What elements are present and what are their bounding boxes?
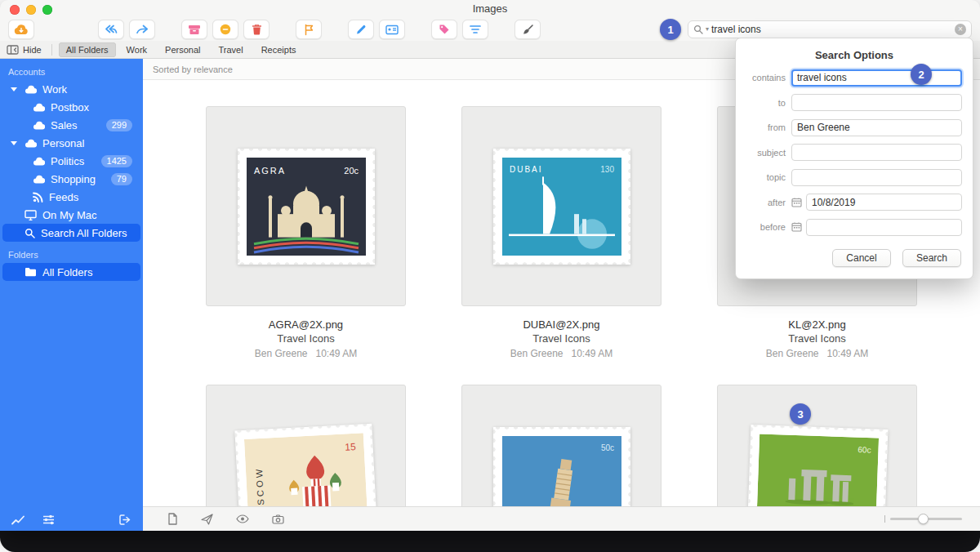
zoom-button[interactable] (42, 5, 52, 15)
sidebar-item-label: Postbox (51, 101, 89, 114)
cleanup-button[interactable] (514, 20, 541, 39)
camera-icon[interactable] (272, 514, 284, 524)
image-collection: Travel Icons (255, 332, 357, 345)
sidebar: Accounts Work Postbox Sales 299 Personal (0, 59, 143, 531)
close-button[interactable] (10, 5, 20, 15)
stamp-value: 60c (858, 444, 871, 454)
logout-icon[interactable] (119, 514, 131, 525)
field-label: subject (746, 148, 786, 158)
image-caption: AGRA@2X.png Travel Icons Ben Greene 10:4… (255, 318, 357, 359)
image-meta: Ben Greene 10:49 AM (766, 348, 868, 359)
image-thumbnail[interactable]: 15 MOSCOW (206, 385, 406, 506)
zoom-track[interactable] (890, 518, 962, 520)
tab-all-folders[interactable]: All Folders (59, 42, 116, 57)
contacts-button[interactable] (379, 20, 405, 39)
contains-input[interactable] (791, 69, 962, 87)
titlebar: Images (0, 0, 980, 18)
flag-button[interactable] (296, 20, 322, 39)
address-card-icon (385, 24, 399, 35)
calendar-icon[interactable] (791, 222, 802, 232)
field-row-from: from (746, 119, 962, 136)
image-thumbnail[interactable]: AGRA 20c (206, 106, 406, 306)
zoom-tick (884, 515, 886, 523)
image-thumbnail[interactable]: 60c (717, 385, 917, 506)
sidebar-item-personal[interactable]: Personal (2, 134, 140, 152)
unread-badge: 1425 (101, 155, 132, 167)
cloud-icon (33, 121, 45, 130)
stamp-moscow: 15 MOSCOW (234, 423, 377, 506)
minimize-button[interactable] (26, 5, 36, 15)
zoom-slider[interactable] (884, 515, 963, 523)
sidebar-item-label: Personal (42, 137, 84, 149)
junk-icon (220, 24, 231, 35)
zoom-slider-handle[interactable] (918, 514, 929, 524)
document-icon[interactable] (167, 513, 178, 525)
image-card[interactable]: 50c (461, 385, 662, 506)
forward-button[interactable] (129, 20, 155, 39)
disclosure-triangle-icon[interactable] (8, 141, 19, 145)
image-thumbnail[interactable]: DUBAI 130 (461, 106, 662, 306)
delete-button[interactable] (243, 20, 270, 39)
sidebar-item-postbox[interactable]: Postbox (2, 98, 140, 116)
chevron-down-icon[interactable]: ▾ (706, 26, 709, 33)
image-card[interactable]: AGRA 20c (206, 106, 406, 359)
image-collection: Travel Icons (766, 332, 868, 345)
clear-search-button[interactable]: × (955, 24, 966, 35)
image-author: Ben Greene (766, 348, 819, 359)
tab-travel[interactable]: Travel (211, 42, 250, 57)
get-mail-button[interactable] (8, 20, 34, 39)
topics-button[interactable] (462, 20, 488, 39)
search-button[interactable]: Search (902, 249, 961, 267)
junk-button[interactable] (212, 20, 238, 39)
popover-buttons: Cancel Search (747, 249, 961, 267)
from-input[interactable] (791, 119, 962, 136)
cloud-icon (33, 175, 45, 184)
sidebar-item-work[interactable]: Work (2, 80, 140, 98)
field-row-topic: topic (746, 169, 962, 186)
reply-all-icon (104, 24, 118, 35)
field-row-to: to (746, 94, 962, 111)
app-window: Images (0, 0, 980, 531)
sidebar-item-politics[interactable]: Politics 1425 (2, 152, 140, 170)
image-collection: Travel Icons (510, 332, 612, 345)
to-input[interactable] (791, 94, 962, 111)
image-card[interactable]: DUBAI 130 DUBAI@2X.p (461, 106, 662, 359)
accounts-section-label: Accounts (0, 59, 143, 80)
sidebar-item-feeds[interactable]: Feeds (2, 188, 140, 206)
tag-button[interactable] (431, 20, 457, 39)
tab-receipts[interactable]: Receipts (254, 42, 304, 57)
subject-input[interactable] (791, 144, 962, 161)
sidebar-item-sales[interactable]: Sales 299 (2, 116, 140, 134)
sidebar-item-shopping[interactable]: Shopping 79 (2, 170, 140, 188)
archive-button[interactable] (181, 20, 207, 39)
hide-sidebar-button[interactable]: Hide (7, 45, 42, 55)
image-card[interactable]: 15 MOSCOW (206, 385, 406, 506)
topic-input[interactable] (791, 169, 962, 186)
tab-work[interactable]: Work (119, 42, 154, 57)
calendar-icon[interactable] (791, 198, 802, 207)
search-field[interactable]: ▾ × (688, 20, 972, 38)
disclosure-triangle-icon[interactable] (8, 87, 19, 91)
after-date-input[interactable] (806, 194, 962, 211)
computer-icon (24, 210, 37, 220)
stats-icon[interactable] (11, 515, 24, 525)
reply-all-button[interactable] (98, 20, 124, 39)
sidebar-item-all-folders[interactable]: All Folders (2, 263, 140, 281)
send-icon[interactable] (201, 514, 213, 525)
cancel-button[interactable]: Cancel (832, 249, 891, 267)
image-caption: DUBAI@2X.png Travel Icons Ben Greene 10:… (510, 318, 612, 359)
sidebar-item-search-all-folders[interactable]: Search All Folders (2, 224, 140, 242)
field-label: contains (746, 73, 786, 82)
sidebar-item-label: Search All Folders (41, 227, 127, 239)
image-card[interactable]: 60c (717, 385, 917, 506)
image-thumbnail[interactable]: 50c (461, 385, 662, 506)
search-input[interactable] (711, 24, 952, 35)
compose-button[interactable] (348, 20, 374, 39)
preview-eye-icon[interactable] (236, 514, 249, 523)
sidebar-item-label: Work (42, 83, 67, 96)
window-title: Images (0, 0, 980, 18)
filters-icon[interactable] (42, 514, 55, 525)
sidebar-item-on-my-mac[interactable]: On My Mac (2, 206, 140, 224)
before-date-input[interactable] (806, 219, 962, 236)
tab-personal[interactable]: Personal (158, 42, 207, 57)
